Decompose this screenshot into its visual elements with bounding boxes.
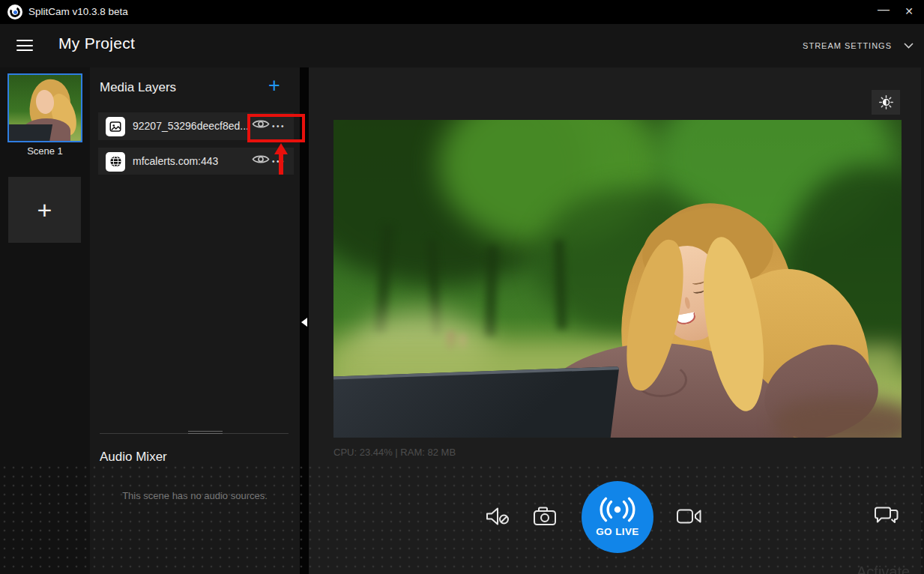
stream-settings-button[interactable]: STREAM SETTINGS <box>803 24 914 67</box>
collapse-panel-arrow-icon[interactable] <box>301 318 307 327</box>
layer-name: 92207_53296deecf8ed... <box>133 112 249 140</box>
splitter-drag-handle[interactable] <box>188 430 223 436</box>
minimize-button[interactable]: — <box>872 0 896 24</box>
webcam-button[interactable] <box>676 507 702 526</box>
layer-row-image[interactable]: 92207_53296deecf8ed... ••• <box>98 112 294 140</box>
splitcam-window: SplitCam v10.3.8 beta — ✕ My Project STR… <box>0 0 924 574</box>
cpu-ram-status: CPU: 23.44% | RAM: 82 MB <box>333 447 456 458</box>
snapshot-camera-button[interactable] <box>533 505 557 528</box>
scene-thumbnail-image <box>9 75 81 141</box>
brightness-button[interactable] <box>872 90 900 115</box>
plus-icon: + <box>37 196 52 225</box>
scenes-sidebar: Scene 1 + <box>0 67 90 574</box>
broadcast-icon <box>598 497 637 522</box>
layer-menu-ellipsis-icon[interactable]: ••• <box>272 148 286 175</box>
layer-menu-ellipsis-icon[interactable]: ••• <box>272 112 286 140</box>
scene-label: Scene 1 <box>0 145 90 157</box>
chevron-down-icon <box>904 43 914 49</box>
audio-mixer-title: Audio Mixer <box>100 450 167 465</box>
media-layers-panel: Media Layers + 92207_53296deecf8ed... ••… <box>90 67 300 574</box>
panel-splitter <box>100 433 289 434</box>
chat-button[interactable] <box>874 505 899 528</box>
web-layer-icon <box>106 152 125 172</box>
preview-laptop <box>333 366 619 438</box>
audio-mixer-empty-message: This scene has no audio sources. <box>90 490 300 501</box>
video-preview <box>333 120 902 438</box>
go-live-label: GO LIVE <box>596 526 639 537</box>
panel-divider <box>300 67 309 574</box>
add-scene-button[interactable]: + <box>8 177 81 243</box>
main-preview-area: CPU: 23.44% | RAM: 82 MB <box>309 67 924 574</box>
titlebar: SplitCam v10.3.8 beta — ✕ <box>0 0 924 24</box>
layer-visibility-eye-icon[interactable] <box>252 118 271 134</box>
layer-visibility-eye-icon[interactable] <box>252 153 271 169</box>
menu-hamburger-icon[interactable] <box>16 40 33 52</box>
scene-thumbnail[interactable] <box>7 73 82 142</box>
page-title: My Project <box>58 34 135 52</box>
activate-watermark: Activate <box>857 564 910 574</box>
image-layer-icon <box>106 117 125 136</box>
mute-speaker-button[interactable] <box>484 505 510 528</box>
layer-name: mfcalerts.com:443 <box>133 148 218 175</box>
right-edge-strip <box>921 67 924 574</box>
close-button[interactable]: ✕ <box>897 0 921 24</box>
splitcam-logo-icon <box>7 4 22 19</box>
stream-settings-label: STREAM SETTINGS <box>803 41 892 50</box>
add-media-layer-button[interactable]: + <box>268 74 280 97</box>
header: My Project STREAM SETTINGS <box>0 24 924 67</box>
layer-row-web[interactable]: mfcalerts.com:443 ••• <box>98 148 294 175</box>
media-layers-title: Media Layers <box>100 80 176 95</box>
go-live-button[interactable]: GO LIVE <box>582 481 653 553</box>
app-title: SplitCam v10.3.8 beta <box>28 0 128 24</box>
brightness-icon <box>879 95 893 109</box>
